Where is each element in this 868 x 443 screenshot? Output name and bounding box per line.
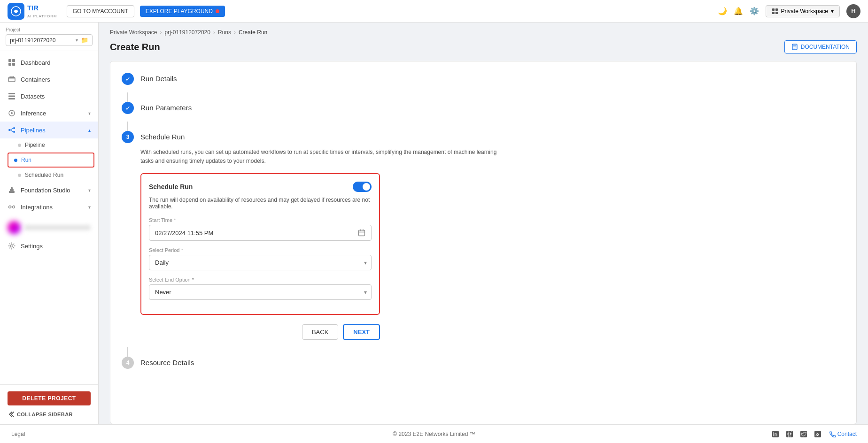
- inference-chevron-icon: ▾: [88, 111, 91, 116]
- breadcrumb-sep-2: ›: [213, 29, 215, 36]
- sidebar-item-scheduled-run[interactable]: Scheduled Run: [0, 168, 98, 182]
- svg-point-24: [11, 245, 13, 247]
- svg-rect-19: [9, 191, 15, 193]
- next-button[interactable]: NEXT: [343, 324, 380, 340]
- run-dot: [14, 159, 17, 162]
- workspace-chevron-icon: ▾: [831, 8, 834, 15]
- step-3-title: Schedule Run: [140, 131, 845, 143]
- project-select[interactable]: prj-011912072020 ▾ 📁: [6, 34, 93, 46]
- svg-rect-3: [772, 12, 775, 14]
- playground-status-dot: [216, 9, 219, 13]
- start-time-input[interactable]: 02/27/2024 11:55 PM: [149, 225, 372, 241]
- inference-icon: [8, 109, 16, 117]
- sidebar-item-integrations[interactable]: Integrations ▾: [0, 199, 98, 215]
- documentation-icon: [791, 44, 798, 50]
- breadcrumb-workspace[interactable]: Private Workspace: [110, 29, 157, 36]
- svg-rect-11: [8, 93, 15, 94]
- schedule-section: With scheduled runs, you can set up auto…: [140, 148, 845, 340]
- breadcrumb-runs[interactable]: Runs: [218, 29, 231, 36]
- theme-toggle-icon[interactable]: 🌙: [718, 7, 727, 15]
- sidebar-item-dashboard[interactable]: Dashboard: [0, 54, 98, 71]
- explore-playground-button[interactable]: EXPLORE PLAYGROUND: [140, 6, 225, 17]
- delete-project-button[interactable]: DELETE PROJECT: [8, 391, 91, 405]
- go-to-myaccount-button[interactable]: GO TO MYACCOUNT: [67, 5, 134, 17]
- settings-icon-sidebar: [8, 242, 16, 250]
- footer: Legal © 2023 E2E Networks Limited ™ Cont…: [0, 424, 868, 443]
- contact-link[interactable]: Contact: [829, 431, 857, 437]
- sidebar-item-inference[interactable]: Inference ▾: [0, 105, 98, 122]
- sidebar-item-containers[interactable]: Containers: [0, 71, 98, 88]
- run-active-box: Run: [8, 153, 94, 168]
- sidebar-user-blurred: [0, 215, 98, 240]
- svg-rect-9: [8, 77, 15, 82]
- svg-point-22: [9, 206, 11, 208]
- step-schedule-run: 3 Schedule Run With scheduled runs, you …: [122, 131, 845, 340]
- pipelines-icon: [8, 126, 16, 134]
- breadcrumb: Private Workspace › prj-011912072020 › R…: [99, 23, 868, 38]
- workspace-button[interactable]: Private Workspace ▾: [766, 5, 840, 17]
- main-content: Private Workspace › prj-011912072020 › R…: [99, 23, 868, 424]
- footer-copyright: © 2023 E2E Networks Limited ™: [393, 431, 475, 437]
- sidebar-item-settings[interactable]: Settings: [0, 240, 98, 254]
- documentation-button[interactable]: DOCUMENTATION: [784, 40, 857, 53]
- svg-rect-10: [10, 76, 14, 78]
- svg-point-31: [815, 435, 816, 436]
- footer-social-icons: [772, 430, 822, 438]
- footer-legal[interactable]: Legal: [11, 431, 25, 437]
- action-buttons: BACK NEXT: [140, 324, 380, 340]
- svg-rect-2: [775, 8, 778, 11]
- step-run-details: ✓ Run Details: [122, 73, 845, 85]
- schedule-card: Schedule Run The run will depend on avai…: [140, 173, 380, 315]
- project-chevron-icon: ▾: [76, 38, 78, 43]
- svg-rect-8: [12, 63, 15, 66]
- notifications-icon[interactable]: 🔔: [734, 7, 743, 15]
- end-option-select-wrapper: Never After On Date: [149, 284, 372, 300]
- svg-point-16: [8, 129, 10, 131]
- top-navigation: TIRAI PLATFORM GO TO MYACCOUNT EXPLORE P…: [0, 0, 868, 23]
- svg-rect-20: [10, 189, 14, 191]
- schedule-toggle[interactable]: [353, 182, 372, 192]
- step-2-icon: ✓: [122, 102, 134, 114]
- svg-rect-7: [8, 63, 11, 66]
- phone-icon: [829, 431, 836, 437]
- sidebar-item-pipeline[interactable]: Pipeline: [0, 138, 98, 152]
- start-time-label: Start Time *: [149, 217, 372, 223]
- breadcrumb-project[interactable]: prj-011912072020: [164, 29, 210, 36]
- schedule-note: The run will depend on availability of r…: [149, 197, 372, 210]
- pipeline-label: Pipeline: [25, 142, 45, 148]
- twitter-icon[interactable]: [800, 430, 807, 438]
- sidebar-item-datasets[interactable]: Datasets: [0, 88, 98, 105]
- integrations-label: Integrations: [21, 204, 84, 211]
- facebook-icon[interactable]: [786, 430, 793, 438]
- schedule-description: With scheduled runs, you can set up auto…: [140, 148, 507, 166]
- end-option-field: Select End Option * Never After On Date: [149, 277, 372, 300]
- sidebar-item-pipelines[interactable]: Pipelines ▴: [0, 122, 98, 138]
- linkedin-icon[interactable]: [772, 430, 779, 438]
- step-connector-3: [127, 347, 128, 357]
- settings-icon[interactable]: ⚙️: [750, 7, 759, 15]
- step-1-icon: ✓: [122, 73, 134, 85]
- back-button[interactable]: BACK: [302, 324, 338, 340]
- toggle-slider: [353, 182, 372, 192]
- workspace-icon: [772, 8, 778, 15]
- foundation-label: Foundation Studio: [21, 187, 84, 194]
- schedule-card-title: Schedule Run: [149, 183, 193, 191]
- svg-rect-4: [775, 12, 778, 14]
- rss-icon[interactable]: [814, 430, 822, 438]
- collapse-sidebar-button[interactable]: COLLAPSE SIDEBAR: [8, 411, 91, 418]
- blurred-user-avatar: [8, 221, 21, 234]
- end-option-select[interactable]: Never After On Date: [149, 284, 372, 300]
- topnav-right: 🌙 🔔 ⚙️ Private Workspace ▾ H: [718, 4, 860, 18]
- start-time-field: Start Time * 02/27/2024 11:55 PM: [149, 217, 372, 241]
- period-select[interactable]: Daily Weekly Monthly: [149, 255, 372, 270]
- user-avatar[interactable]: H: [846, 4, 860, 18]
- project-label: Project: [6, 27, 93, 32]
- settings-label: Settings: [21, 243, 91, 250]
- blurred-username: [24, 225, 91, 230]
- sidebar-nav: Dashboard Containers Datasets: [0, 51, 98, 384]
- logo-text: TIRAI PLATFORM: [27, 4, 57, 18]
- contact-text: Contact: [837, 431, 857, 437]
- sidebar-item-foundation[interactable]: Foundation Studio ▾: [0, 182, 98, 199]
- step-4-icon: 4: [122, 357, 134, 369]
- sidebar-item-run[interactable]: Run: [8, 153, 93, 167]
